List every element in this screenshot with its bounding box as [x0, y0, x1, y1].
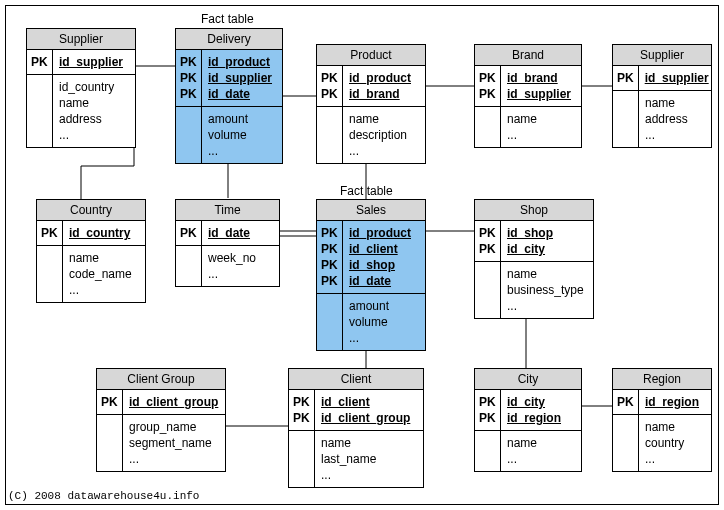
table-title: Product — [317, 45, 425, 66]
table-title: Brand — [475, 45, 581, 66]
table-title: Delivery — [176, 29, 282, 50]
table-city: City PK PK id_city id_region name ... — [474, 368, 582, 472]
table-brand: Brand PK PK id_brand id_supplier name ..… — [474, 44, 582, 148]
table-sales: Sales PK PK PK PK id_product id_client i… — [316, 199, 426, 351]
table-client: Client PK PK id_client id_client_group n… — [288, 368, 424, 488]
table-title: City — [475, 369, 581, 390]
table-title: Shop — [475, 200, 593, 221]
copyright: (C) 2008 datawarehouse4u.info — [8, 490, 199, 502]
table-product: Product PK PK id_product id_brand name d… — [316, 44, 426, 164]
table-time: Time PK id_date week_no ... — [175, 199, 280, 287]
table-supplier-right: Supplier PK id_supplier name address ... — [612, 44, 712, 148]
table-title: Client Group — [97, 369, 225, 390]
table-title: Country — [37, 200, 145, 221]
table-country: Country PK id_country name code_name ... — [36, 199, 146, 303]
diagram-frame: Fact table Fact table Supplier PK id_sup… — [5, 5, 719, 505]
table-title: Sales — [317, 200, 425, 221]
table-supplier-left: Supplier PK id_supplier id_country name … — [26, 28, 136, 148]
table-title: Region — [613, 369, 711, 390]
table-title: Time — [176, 200, 279, 221]
table-title: Client — [289, 369, 423, 390]
table-client-group: Client Group PK id_client_group group_na… — [96, 368, 226, 472]
table-title: Supplier — [27, 29, 135, 50]
fact-table-label-top: Fact table — [201, 12, 254, 26]
table-shop: Shop PK PK id_shop id_city name business… — [474, 199, 594, 319]
table-region: Region PK id_region name country ... — [612, 368, 712, 472]
table-title: Supplier — [613, 45, 711, 66]
fact-table-label-mid: Fact table — [340, 184, 393, 198]
table-delivery: Delivery PK PK PK id_product id_supplier… — [175, 28, 283, 164]
